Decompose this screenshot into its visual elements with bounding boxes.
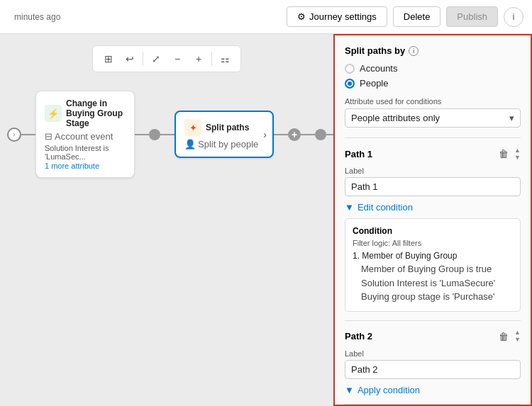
attr-select[interactable]: People attributes only ▾ xyxy=(345,108,521,128)
condition-detail2: Solution Interest is 'LumaSecure' xyxy=(361,276,513,291)
canvas-zoom-in-icon[interactable]: + xyxy=(189,49,209,69)
split-by-header: Split paths by i xyxy=(345,45,521,56)
canvas-toolbar: ⊞ ↩ ⤢ − + ⚏ xyxy=(92,45,241,72)
canvas-grid-icon[interactable]: ⊞ xyxy=(99,49,118,69)
path1-header: Path 1 🗑 ▲ ▼ xyxy=(345,147,521,161)
top-bar: minutes ago ⚙ Journey settings Delete Pu… xyxy=(0,0,532,34)
canvas-zoom-out-icon[interactable]: − xyxy=(167,49,187,69)
condition-detail3: Buying group stage is 'Purchase' xyxy=(361,290,513,304)
path1-up-icon[interactable]: ▲ xyxy=(514,147,521,154)
path1-delete-button[interactable]: 🗑 xyxy=(497,147,510,161)
connector-line6 xyxy=(326,134,333,135)
filter-icon: ▼ xyxy=(345,202,354,213)
path1-updown: ▲ ▼ xyxy=(514,147,521,161)
path2-actions: 🗑 ▲ ▼ xyxy=(497,329,521,344)
people-radio-item[interactable]: People xyxy=(345,78,521,89)
right-panel: Split paths by i Accounts People Attribu… xyxy=(333,34,532,406)
accounts-radio-circle[interactable] xyxy=(345,64,355,74)
connector-plus[interactable]: + xyxy=(288,128,301,141)
split-node-subtitle: 👤 Split by people xyxy=(184,139,264,150)
split-node-chevron: › xyxy=(263,129,267,140)
split-by-label: Split paths by xyxy=(345,45,405,56)
condition-box: Condition Filter logic: All filters 1. M… xyxy=(345,218,521,312)
path2-up-icon[interactable]: ▲ xyxy=(514,329,521,336)
canvas-layers-icon[interactable]: ⚏ xyxy=(215,49,235,69)
path2-input[interactable] xyxy=(345,360,521,379)
toolbar-divider xyxy=(143,52,143,66)
split-node-title: Split paths xyxy=(206,123,249,132)
canvas-fit-icon[interactable]: ⤢ xyxy=(146,49,166,69)
split-by-section: Split paths by i Accounts People Attribu… xyxy=(345,45,521,128)
flow-area: › ⚡ Change in Buying Group Stage ⊟ Accou… xyxy=(7,91,333,178)
condition-filter: Filter logic: All filters xyxy=(353,239,513,247)
condition-item-numbered: 1. Member of Buying Group xyxy=(353,251,513,261)
path2-label-text: Label xyxy=(345,349,521,358)
path2-down-icon[interactable]: ▼ xyxy=(514,337,521,343)
connector-dot2 xyxy=(315,129,326,140)
node1-title: Change in Buying Group Stage xyxy=(66,98,126,128)
connector-line xyxy=(21,134,35,135)
path2-updown: ▲ ▼ xyxy=(514,329,521,343)
connector-dot1 xyxy=(149,129,160,140)
canvas: ⊞ ↩ ⤢ − + ⚏ › ⚡ Change in Buying Group S… xyxy=(0,34,333,406)
panel-divider1 xyxy=(345,137,521,138)
apply-condition-button[interactable]: ▼ Apply condition xyxy=(345,385,420,395)
panel-divider2 xyxy=(345,320,521,321)
accounts-radio-item[interactable]: Accounts xyxy=(345,63,521,74)
people-radio-label: People xyxy=(360,78,388,89)
info-button[interactable]: i xyxy=(504,7,523,27)
node1-more: 1 more attribute xyxy=(45,162,126,170)
panel-inner: Split paths by i Accounts People Attribu… xyxy=(335,35,531,406)
connector-line2 xyxy=(135,134,149,135)
node1-subtitle: ⊟ Account event xyxy=(45,131,126,142)
path1-input[interactable] xyxy=(345,177,521,196)
radio-group: Accounts People xyxy=(345,63,521,89)
node1-attribute: Solution Interest is 'LumaSec... xyxy=(45,144,126,161)
timestamp: minutes ago xyxy=(14,12,60,22)
attr-select-chevron: ▾ xyxy=(509,113,514,123)
connector-line4 xyxy=(274,134,288,135)
node-header: ⚡ Change in Buying Group Stage xyxy=(45,98,126,128)
filter2-icon: ▼ xyxy=(345,385,354,395)
path1-label-text: Label xyxy=(345,167,521,175)
edit-condition-button[interactable]: ▼ Edit condition xyxy=(345,202,413,213)
condition-title: Condition xyxy=(353,226,513,236)
connector-line3 xyxy=(160,134,174,135)
path2-header: Path 2 🗑 ▲ ▼ xyxy=(345,329,521,344)
accounts-radio-label: Accounts xyxy=(360,63,397,74)
path1-title: Path 1 xyxy=(345,149,372,159)
split-node-header: ✦ Split paths xyxy=(184,119,264,136)
toolbar-divider2 xyxy=(211,52,212,66)
people-radio-circle[interactable] xyxy=(345,79,355,89)
gear-icon: ⚙ xyxy=(297,11,306,22)
condition-detail1: Member of Buying Group is true xyxy=(361,262,513,276)
condition-detail: Member of Buying Group is true Solution … xyxy=(353,262,513,304)
split-paths-node[interactable]: ✦ Split paths 👤 Split by people › xyxy=(174,111,274,158)
attr-select-value: People attributes only xyxy=(351,113,440,123)
path2-title: Path 2 xyxy=(345,331,372,342)
start-node: › xyxy=(7,128,21,142)
journey-settings-button[interactable]: ⚙ Journey settings xyxy=(287,6,387,27)
publish-button[interactable]: Publish xyxy=(446,6,498,27)
panel-divider3 xyxy=(345,404,521,405)
delete-button[interactable]: Delete xyxy=(393,6,441,27)
path1-section: Path 1 🗑 ▲ ▼ Label ▼ Edit condition Cond… xyxy=(345,147,521,312)
connector-line5 xyxy=(301,134,315,135)
change-buying-group-node[interactable]: ⚡ Change in Buying Group Stage ⊟ Account… xyxy=(35,91,135,178)
path1-down-icon[interactable]: ▼ xyxy=(514,154,521,161)
canvas-undo-icon[interactable]: ↩ xyxy=(120,49,140,69)
attr-used-label: Attribute used for conditions xyxy=(345,97,521,106)
split-by-info-icon[interactable]: i xyxy=(409,46,419,56)
path2-delete-button[interactable]: 🗑 xyxy=(497,329,510,344)
lightning-icon: ⚡ xyxy=(45,105,62,122)
path2-section: Path 2 🗑 ▲ ▼ Label ▼ Apply condition xyxy=(345,329,521,395)
split-icon: ✦ xyxy=(184,119,201,136)
path1-actions: 🗑 ▲ ▼ xyxy=(497,147,521,161)
